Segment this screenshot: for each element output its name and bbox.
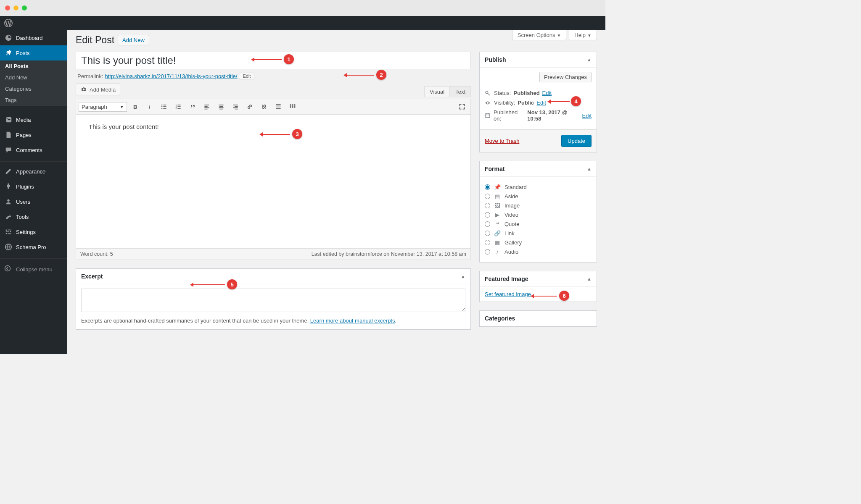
- sidebar-label: Settings: [16, 229, 36, 235]
- publish-header[interactable]: Publish ▲: [480, 52, 597, 68]
- categories-header[interactable]: Categories: [480, 311, 597, 326]
- svg-point-13: [161, 108, 162, 109]
- audio-icon: ♪: [494, 249, 501, 255]
- excerpt-header[interactable]: Excerpt ▲: [76, 269, 470, 284]
- align-left-icon[interactable]: [201, 101, 213, 113]
- sidebar-item-pages[interactable]: Pages: [0, 127, 67, 142]
- page-title: Edit Post: [76, 34, 114, 46]
- help-button[interactable]: Help▼: [569, 30, 597, 40]
- format-option-standard[interactable]: 📌Standard: [485, 184, 592, 190]
- excerpt-learn-more-link[interactable]: Learn more about manual excerpts: [310, 318, 395, 324]
- svg-point-43: [486, 91, 488, 94]
- sidebar-item-posts[interactable]: Posts: [0, 45, 67, 60]
- bold-icon[interactable]: B: [129, 101, 141, 113]
- submenu-tags[interactable]: Tags: [0, 94, 67, 106]
- excerpt-title: Excerpt: [81, 273, 103, 280]
- sidebar-item-plugins[interactable]: Plugins: [0, 179, 67, 194]
- publish-actions: Move to Trash Update: [480, 129, 597, 152]
- update-button[interactable]: Update: [561, 135, 592, 147]
- tools-icon: [4, 213, 13, 221]
- paragraph-format-select[interactable]: Paragraph ▼: [79, 102, 127, 112]
- permalink-link[interactable]: http://elvina.sharkz.in/2017/11/13/this-…: [105, 73, 237, 79]
- move-to-trash-link[interactable]: Move to Trash: [485, 138, 519, 144]
- sidebar-item-users[interactable]: Users: [0, 194, 67, 209]
- submenu-all-posts[interactable]: All Posts: [0, 60, 67, 72]
- submenu-categories[interactable]: Categories: [0, 83, 67, 94]
- svg-rect-14: [163, 108, 166, 109]
- main-content: Screen Options▼ Help▼ Edit Post Add New …: [67, 30, 605, 354]
- excerpt-textarea[interactable]: [81, 289, 465, 312]
- bullet-list-icon[interactable]: [158, 101, 170, 113]
- fullscreen-icon[interactable]: [456, 101, 468, 113]
- sidebar-item-dashboard[interactable]: Dashboard: [0, 30, 67, 45]
- numbered-list-icon[interactable]: 123: [172, 101, 184, 113]
- svg-rect-31: [233, 108, 238, 108]
- format-option-audio[interactable]: ♪Audio: [485, 249, 592, 255]
- sidebar-item-comments[interactable]: Comments: [0, 142, 67, 158]
- sidebar-item-schema-pro[interactable]: Schema Pro: [0, 239, 67, 255]
- read-more-icon[interactable]: [272, 101, 284, 113]
- collapse-toggle-icon: ▲: [587, 166, 592, 171]
- featured-image-header[interactable]: Featured Image ▲: [480, 271, 597, 287]
- permalink-edit-button[interactable]: Edit: [239, 73, 254, 79]
- format-option-aside[interactable]: ▤Aside: [485, 193, 592, 200]
- format-option-link[interactable]: 🔗Link: [485, 230, 592, 236]
- dashboard-icon: [4, 34, 13, 42]
- annotation-arrow: [532, 296, 557, 297]
- collapse-menu-button[interactable]: Collapse menu: [0, 261, 67, 278]
- svg-rect-40: [290, 106, 291, 108]
- tab-visual[interactable]: Visual: [424, 86, 450, 97]
- align-center-icon[interactable]: [215, 101, 227, 113]
- svg-point-11: [161, 106, 162, 107]
- pages-icon: [4, 131, 13, 139]
- svg-rect-37: [290, 104, 291, 105]
- maximize-window-icon[interactable]: [22, 5, 27, 10]
- visibility-edit-link[interactable]: Edit: [536, 100, 546, 106]
- add-media-button[interactable]: Add Media: [76, 84, 120, 95]
- tab-text[interactable]: Text: [450, 86, 471, 97]
- svg-rect-39: [294, 104, 295, 105]
- svg-rect-27: [219, 108, 223, 108]
- screen-options-button[interactable]: Screen Options▼: [512, 30, 567, 40]
- preview-changes-button[interactable]: Preview Changes: [539, 72, 592, 82]
- editor-tabs: Visual Text: [424, 86, 471, 97]
- toolbar-toggle-icon[interactable]: [287, 101, 298, 113]
- minimize-window-icon[interactable]: [13, 5, 18, 10]
- set-featured-image-link[interactable]: Set featured image: [485, 291, 531, 297]
- svg-rect-30: [235, 106, 238, 107]
- sidebar-item-tools[interactable]: Tools: [0, 209, 67, 224]
- submenu-add-new[interactable]: Add New: [0, 72, 67, 83]
- camera-icon: [80, 86, 87, 93]
- format-option-video[interactable]: ▶Video: [485, 212, 592, 218]
- format-header[interactable]: Format ▲: [480, 161, 597, 177]
- link-icon[interactable]: [244, 101, 256, 113]
- pushpin-icon: [4, 49, 13, 57]
- format-option-quote[interactable]: ❝Quote: [485, 221, 592, 227]
- post-title-input[interactable]: [76, 52, 471, 69]
- svg-rect-12: [163, 106, 166, 107]
- status-edit-link[interactable]: Edit: [542, 90, 552, 96]
- post-main-column: Permalink: http://elvina.sharkz.in/2017/…: [76, 52, 471, 338]
- menu-separator: [0, 160, 67, 162]
- align-right-icon[interactable]: [230, 101, 241, 113]
- close-window-icon[interactable]: [5, 5, 10, 10]
- blockquote-icon[interactable]: [187, 101, 198, 113]
- format-option-image[interactable]: 🖼Image: [485, 202, 592, 209]
- sidebar-item-settings[interactable]: Settings: [0, 224, 67, 239]
- image-icon: 🖼: [494, 202, 501, 209]
- featured-image-postbox: Featured Image ▲ Set featured image: [479, 271, 597, 302]
- annotation-bubble-4: 4: [571, 96, 581, 106]
- sidebar-item-appearance[interactable]: Appearance: [0, 164, 67, 179]
- wordpress-logo-icon[interactable]: [4, 19, 13, 27]
- sidebar-item-media[interactable]: Media: [0, 112, 67, 127]
- format-option-gallery[interactable]: ▦Gallery: [485, 239, 592, 246]
- svg-rect-10: [163, 105, 166, 105]
- unlink-icon[interactable]: [258, 101, 270, 113]
- add-new-button[interactable]: Add New: [118, 35, 149, 45]
- italic-icon[interactable]: I: [144, 101, 156, 113]
- published-edit-link[interactable]: Edit: [582, 113, 592, 119]
- annotation-arrow: [345, 75, 374, 76]
- link-icon: 🔗: [494, 230, 501, 236]
- sidebar-label: Appearance: [16, 168, 45, 175]
- format-postbox: Format ▲ 📌Standard ▤Aside 🖼Image ▶Video …: [479, 161, 597, 262]
